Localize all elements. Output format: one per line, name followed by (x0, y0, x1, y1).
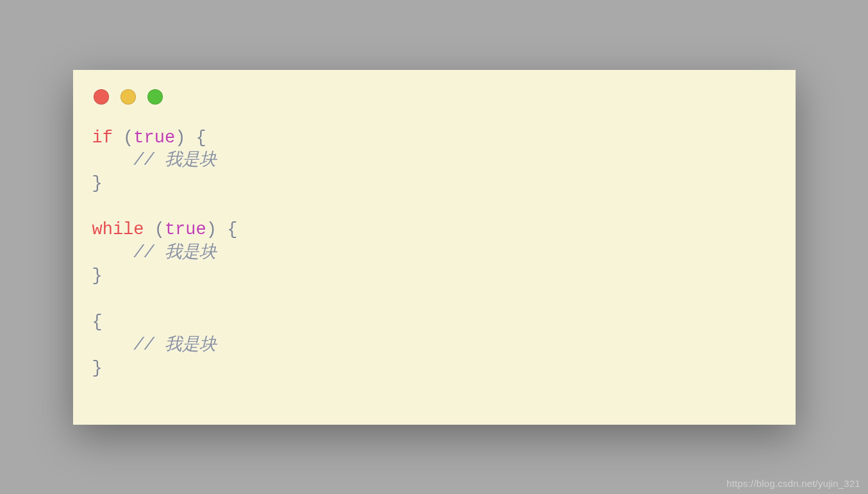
window-controls (94, 89, 776, 105)
punct: ( (144, 220, 165, 239)
code-block: if (true) { // 我是块 } while (true) { // 我… (92, 127, 776, 380)
indent (92, 151, 134, 170)
punct: ( (113, 128, 133, 148)
comment: // 我是块 (133, 336, 217, 355)
brace-open: { (92, 312, 103, 332)
punct: ) { (206, 220, 238, 239)
minimize-icon[interactable] (121, 89, 136, 105)
maximize-icon[interactable] (147, 89, 163, 105)
punct: ) { (175, 128, 206, 148)
boolean-true: true (133, 128, 175, 148)
boolean-true: true (165, 220, 206, 239)
brace-close: } (92, 359, 103, 378)
watermark: https://blog.csdn.net/yujin_321 (726, 478, 860, 489)
brace-close: } (92, 266, 103, 285)
comment: // 我是块 (133, 243, 217, 262)
brace-close: } (92, 174, 103, 193)
code-window: if (true) { // 我是块 } while (true) { // 我… (73, 70, 796, 425)
keyword-if: if (92, 128, 113, 148)
keyword-while: while (92, 220, 144, 239)
close-icon[interactable] (94, 89, 109, 105)
indent (92, 243, 134, 262)
comment: // 我是块 (133, 151, 217, 170)
indent (92, 336, 134, 355)
